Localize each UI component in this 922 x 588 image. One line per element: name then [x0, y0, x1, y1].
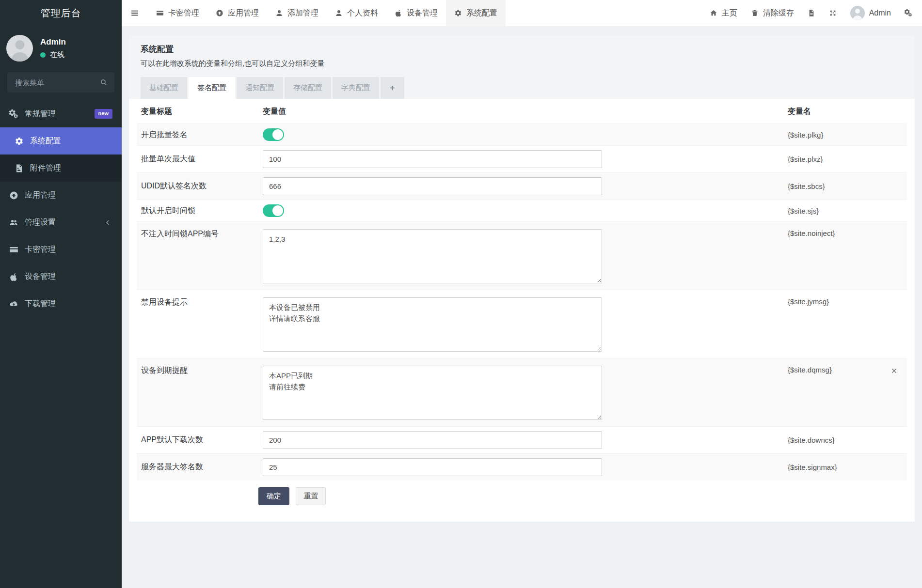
textarea-input[interactable] [263, 366, 602, 420]
tab-4[interactable]: 字典配置 [333, 77, 379, 99]
topnav-item-1[interactable]: 应用管理 [207, 0, 267, 26]
sidebar: 管理后台 Admin 在线 常规管理new系统配置附件管理应用管理管理设置卡密管… [0, 0, 122, 588]
topnav-item-2[interactable]: 添加管理 [267, 0, 327, 26]
page-title: 系统配置 [141, 44, 903, 55]
submit-button[interactable]: 确定 [258, 487, 289, 505]
sidebar-item-label: 管理设置 [25, 217, 56, 228]
hamburger-icon [130, 9, 139, 17]
user-menu[interactable]: Admin [843, 0, 898, 26]
text-input[interactable] [263, 431, 602, 449]
reset-button[interactable]: 重置 [296, 487, 326, 505]
textarea-input[interactable] [263, 229, 602, 283]
tab-0[interactable]: 基础配置 [141, 77, 187, 99]
sidebar-item-label: 附件管理 [30, 163, 61, 173]
sidebar-item-0[interactable]: 常规管理new [0, 100, 122, 127]
variable-name: {$site.signmax} [788, 463, 837, 471]
row-value-cell [258, 173, 783, 200]
row-value-cell [258, 146, 783, 173]
row-action-cell [885, 358, 907, 427]
sidebar-item-label: 系统配置 [30, 136, 61, 146]
row-varname-cell: {$site.plkg} [783, 124, 885, 146]
topnav-item-label: 系统配置 [466, 8, 497, 18]
document-button[interactable] [801, 0, 822, 26]
sidebar-item-4[interactable]: 管理设置 [0, 209, 122, 236]
table-row: APP默认下载次数{$site.downcs} [137, 427, 907, 454]
toggle-knob [272, 129, 283, 140]
topnav-item-4[interactable]: 设备管理 [386, 0, 446, 26]
row-value-cell [258, 290, 783, 358]
chevron-left-icon [103, 218, 112, 227]
circle-up-icon [216, 9, 223, 17]
apple-icon [395, 9, 402, 17]
sidebar-item-label: 常规管理 [25, 109, 56, 119]
home-link[interactable]: 主页 [703, 0, 744, 26]
text-input[interactable] [263, 458, 602, 476]
clear-cache-label: 清除缓存 [763, 8, 794, 18]
toggle-switch[interactable] [263, 128, 284, 141]
tab-1[interactable]: 签名配置 [189, 77, 235, 99]
table-row: 开启批量签名{$site.plkg} [137, 124, 907, 146]
delete-row-button[interactable] [889, 366, 899, 376]
row-value-cell [258, 427, 783, 454]
row-action-cell [885, 173, 907, 200]
sidebar-item-1[interactable]: 系统配置 [0, 127, 122, 155]
topnav-item-5[interactable]: 系统配置 [446, 0, 506, 26]
row-title-cell: 批量单次最大值 [137, 146, 258, 173]
sidebar-item-2[interactable]: 附件管理 [0, 155, 122, 182]
row-action-cell [885, 200, 907, 222]
fullscreen-button[interactable] [822, 0, 843, 26]
variable-name: {$site.sjs} [788, 207, 819, 215]
toggle-switch[interactable] [263, 204, 284, 217]
tab-3[interactable]: 存储配置 [285, 77, 331, 99]
main-area: 卡密管理应用管理添加管理个人资料设备管理系统配置 主页 清除缓存 [122, 0, 922, 588]
config-tabs: 基础配置签名配置通知配置存储配置字典配置 [141, 77, 903, 99]
home-icon [710, 9, 717, 17]
topnav-item-0[interactable]: 卡密管理 [148, 0, 207, 26]
online-status-dot [40, 52, 46, 58]
topnav-item-label: 应用管理 [228, 8, 259, 18]
variable-name: {$site.plxz} [788, 155, 823, 163]
user-status: 在线 [40, 50, 66, 60]
textarea-input[interactable] [263, 297, 602, 352]
sidebar-item-3[interactable]: 应用管理 [0, 182, 122, 209]
row-title: 不注入时间锁APP编号 [141, 230, 219, 238]
cogs-icon [905, 9, 912, 17]
text-input[interactable] [263, 177, 602, 195]
sidebar-item-6[interactable]: 设备管理 [0, 263, 122, 290]
row-title-cell: 设备到期提醒 [137, 358, 258, 427]
close-icon [890, 367, 898, 374]
topnav-item-label: 设备管理 [407, 8, 438, 18]
search-input[interactable] [14, 78, 100, 87]
row-action-cell [885, 146, 907, 173]
gear-icon [15, 137, 24, 146]
home-label: 主页 [722, 8, 737, 18]
user-name: Admin [40, 37, 66, 47]
top-navbar: 卡密管理应用管理添加管理个人资料设备管理系统配置 主页 清除缓存 [122, 0, 922, 26]
sidebar-item-7[interactable]: 下载管理 [0, 290, 122, 317]
text-input[interactable] [263, 150, 602, 168]
row-title: 服务器最大签名数 [141, 463, 203, 471]
table-row: 批量单次最大值{$site.plxz} [137, 146, 907, 173]
row-title: 开启批量签名 [141, 130, 188, 139]
clear-cache-link[interactable]: 清除缓存 [744, 0, 801, 26]
username-label: Admin [869, 9, 891, 17]
settings-button[interactable] [898, 0, 919, 26]
user-icon [275, 9, 283, 17]
topnav-item-3[interactable]: 个人资料 [327, 0, 386, 26]
document-icon [808, 9, 815, 17]
sidebar-toggle-button[interactable] [122, 0, 148, 26]
variable-name: {$site.plkg} [788, 131, 823, 139]
row-title: UDID默认签名次数 [141, 182, 207, 190]
cloud-download-icon [9, 299, 18, 309]
row-title-cell: APP默认下载次数 [137, 427, 258, 454]
sidebar-item-5[interactable]: 卡密管理 [0, 236, 122, 263]
row-title: APP默认下载次数 [141, 435, 203, 444]
row-varname-cell: {$site.downcs} [783, 427, 885, 454]
row-varname-cell: {$site.noinject} [783, 222, 885, 290]
row-action-cell [885, 124, 907, 146]
config-table: 变量标题 变量值 变量名 开启批量签名{$site.plkg}批量单次最大值{$… [137, 99, 907, 480]
tab-2[interactable]: 通知配置 [237, 77, 283, 99]
add-tab-button[interactable] [381, 77, 404, 99]
trash-icon [751, 9, 759, 17]
row-varname-cell: {$site.dqmsg} [783, 358, 885, 427]
